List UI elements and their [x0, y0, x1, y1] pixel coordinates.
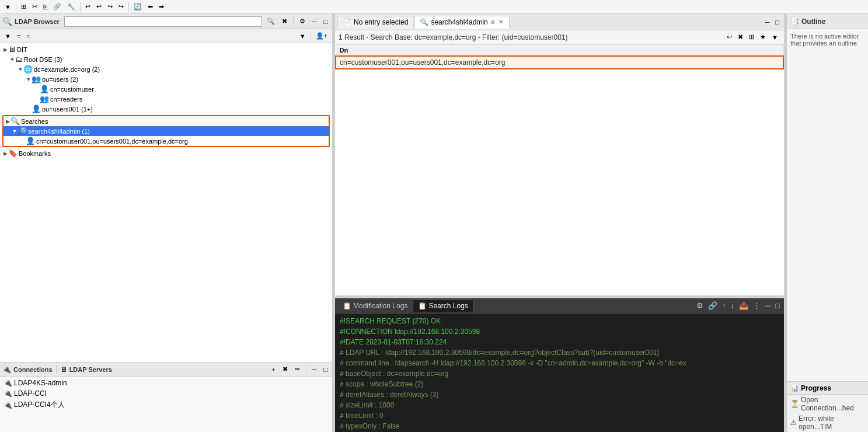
tab-actions: ─ □ — [763, 18, 782, 27]
toolbar-link[interactable]: 🔗 — [51, 2, 64, 12]
toolbar-redo[interactable]: ↪ — [105, 2, 115, 12]
ldap-settings-btn[interactable]: ⚙ — [297, 16, 308, 26]
ldap-tb2-dropdown[interactable]: ▼ — [297, 32, 308, 41]
tab-search4shl4admin[interactable]: 🔍 search4shl4admin ⊗ ✕ — [414, 16, 509, 29]
toolbar-refresh[interactable]: 🔄 — [131, 2, 144, 12]
progress-item-2[interactable]: ⚠ Error: while open...TIM — [787, 413, 868, 432]
conn-add-btn[interactable]: + — [269, 365, 277, 374]
tree-item-search4shl4admin[interactable]: ▼ 🔎 search4shl4admin (1) — [4, 126, 329, 136]
tab-action-minimize[interactable]: ─ — [763, 18, 772, 27]
connections-list: 🔌 LDAP4KS-admin 🔌 LDAP-CCI 🔌 LDAP-CCI4个人 — [0, 377, 332, 412]
conn-maximize-btn[interactable]: □ — [321, 365, 330, 374]
tree-item-dit[interactable]: ▶ 🖥 DIT — [1, 44, 331, 54]
tab-action-maximize[interactable]: □ — [773, 18, 782, 27]
bookmarks-toggle[interactable]: ▶ — [2, 151, 8, 156]
search-bar-btn-refresh[interactable]: ↩ — [724, 32, 734, 42]
results-table: Dn cn=customuser001,ou=users001,dc=examp… — [335, 44, 784, 69]
table-row[interactable]: cn=customuser001,ou=users001,dc=example,… — [336, 56, 783, 69]
log-btn-minimize[interactable]: ─ — [764, 301, 772, 311]
ldap-toolbar2: ▼ = ≈ ▼ 👤+ — [0, 29, 332, 43]
log-btn-down[interactable]: ↓ — [728, 301, 736, 311]
searches-toggle[interactable]: ▶ — [5, 119, 11, 124]
tab-search-dirty: ⊗ — [490, 19, 495, 25]
toolbar-undo[interactable]: ↩ — [83, 2, 93, 12]
tab-no-entry[interactable]: 📄 No entry selected — [337, 16, 413, 29]
toolbar-copy[interactable]: ⎘ — [41, 2, 50, 12]
log-btn-more[interactable]: ⋮ — [751, 301, 762, 311]
rootdse-toggle[interactable]: ▼ — [9, 57, 15, 62]
toolbar-back[interactable]: ⬅ — [145, 2, 155, 12]
progress-item-2-label: Error: while open...TIM — [799, 414, 865, 431]
tree-item-cn-readers[interactable]: ▶ 👥 cn=readers — [1, 94, 331, 104]
log-btn-maximize[interactable]: □ — [773, 301, 782, 311]
dc-example-toggle[interactable]: ▼ — [18, 67, 23, 72]
search4shl4admin-toggle[interactable]: ▼ — [12, 128, 18, 134]
progress-item-1[interactable]: ⏳ Open Connection...hed — [787, 395, 868, 413]
conn-remove-btn[interactable]: ✖ — [280, 364, 290, 374]
outline-message: There is no active editor that provides … — [787, 29, 868, 50]
log-line-11: # typesOnly : False — [340, 421, 779, 431]
ldap-search-input[interactable] — [64, 16, 262, 27]
toolbar-new[interactable]: ⊞ — [19, 2, 29, 12]
tree-item-searches[interactable]: ▶ 🔍 Searches — [4, 116, 329, 126]
conn-ldap-cci-icon: 🔌 — [4, 389, 12, 398]
toolbar-dropdown[interactable]: ▼ — [2, 2, 13, 12]
log-btn-up[interactable]: ↑ — [720, 301, 728, 311]
tree-item-search-result[interactable]: ▶ 👤 cn=customuser001,ou=users001,dc=exam… — [4, 136, 329, 146]
conn-minimize-btn[interactable]: ─ — [310, 365, 319, 374]
tree-item-ou-users[interactable]: ▼ 👥 ou=users (2) — [1, 74, 331, 84]
tree-item-cn-customuser[interactable]: ▶ 👤 cn=customuser — [1, 84, 331, 94]
log-tab-modification[interactable]: 📋 Modification Logs — [337, 299, 413, 312]
log-line-2: #!CONNECTION ldap://192.168.100.2:30598 — [340, 326, 779, 337]
ldap-tb2-btn3[interactable]: ≈ — [24, 32, 32, 41]
ldap-clear-button[interactable]: ✖ — [280, 16, 290, 26]
log-tab-search[interactable]: 📋 Search Logs — [413, 299, 473, 312]
search4shl4admin-icon: 🔎 — [18, 127, 27, 135]
tab-search-close[interactable]: ✕ — [497, 19, 504, 25]
search-bar-btn-star[interactable]: ★ — [758, 32, 768, 42]
tree-item-rootdse[interactable]: ▼ 🗂 Root DSE (3) — [1, 54, 331, 64]
log-search-icon: 📋 — [418, 302, 427, 310]
tab-search-label: search4shl4admin — [431, 18, 487, 26]
dit-toggle[interactable]: ▶ — [2, 47, 8, 53]
search-result-icon: 👤 — [26, 137, 35, 145]
toolbar-sep-2 — [80, 2, 81, 12]
ldap-tb2-adduser[interactable]: 👤+ — [313, 31, 330, 41]
log-tab-actions: ⚙ 🔗 ↑ ↓ 📤 ⋮ ─ □ — [695, 301, 782, 311]
ldap-maximize-btn[interactable]: □ — [321, 17, 330, 26]
col-dn[interactable]: Dn — [336, 45, 783, 57]
toolbar-undo2[interactable]: ↩ — [94, 2, 104, 12]
conn-item-ldap-cci[interactable]: 🔌 LDAP-CCI — [1, 388, 331, 399]
ldap-tb2-btn1[interactable]: ▼ — [2, 32, 13, 41]
toolbar-settings[interactable]: 🔧 — [65, 2, 78, 12]
log-line-8: # derefAliases : derefAlways (3) — [340, 389, 779, 400]
toolbar-cut[interactable]: ✂ — [30, 2, 40, 12]
conn-item-ldap-cci4[interactable]: 🔌 LDAP-CCI4个人 — [1, 399, 331, 411]
search-bar-btn-grid[interactable]: ⊞ — [747, 32, 757, 42]
bookmarks-icon: 🔖 — [8, 149, 18, 158]
tree-item-ou-users001[interactable]: ▶ 👤 ou=users001 (1+) — [1, 104, 331, 114]
conn-item-ldap4ks[interactable]: 🔌 LDAP4KS-admin — [1, 378, 331, 388]
toolbar-forward[interactable]: ➡ — [156, 2, 166, 12]
search4shl4admin-label: search4shl4admin (1) — [28, 128, 90, 135]
search-bar-btn-close[interactable]: ✖ — [735, 32, 745, 42]
conn-edit-btn[interactable]: ✏ — [292, 364, 302, 374]
cell-dn: cn=customuser001,ou=users001,dc=example,… — [336, 56, 783, 69]
tree-item-dc-example[interactable]: ▼ 🌐 dc=example,dc=org (2) — [1, 64, 331, 74]
log-btn-settings[interactable]: ⚙ — [695, 301, 705, 311]
log-btn-link[interactable]: 🔗 — [706, 301, 719, 311]
ldap-tb2-btn2[interactable]: = — [15, 32, 23, 41]
search-bar-btn-dropdown[interactable]: ▼ — [769, 32, 780, 42]
ldap-search-button[interactable]: 🔍 — [264, 16, 277, 26]
connections-title: Connections — [13, 366, 53, 373]
log-line-9: # sizeLimit : 1000 — [340, 400, 779, 410]
log-line-7: # scope : wholeSubtree (2) — [340, 379, 779, 389]
progress-icon: 📊 — [790, 384, 799, 392]
tree-item-bookmarks[interactable]: ▶ 🔖 Bookmarks — [1, 148, 331, 158]
ldap-sep-1 — [293, 17, 294, 26]
log-btn-export[interactable]: 📤 — [737, 301, 750, 311]
ldap-minimize-btn[interactable]: ─ — [310, 17, 319, 26]
toolbar-redo2[interactable]: ↪ — [116, 2, 126, 12]
bookmarks-label: Bookmarks — [19, 150, 51, 157]
ou-users-toggle[interactable]: ▼ — [26, 76, 32, 82]
